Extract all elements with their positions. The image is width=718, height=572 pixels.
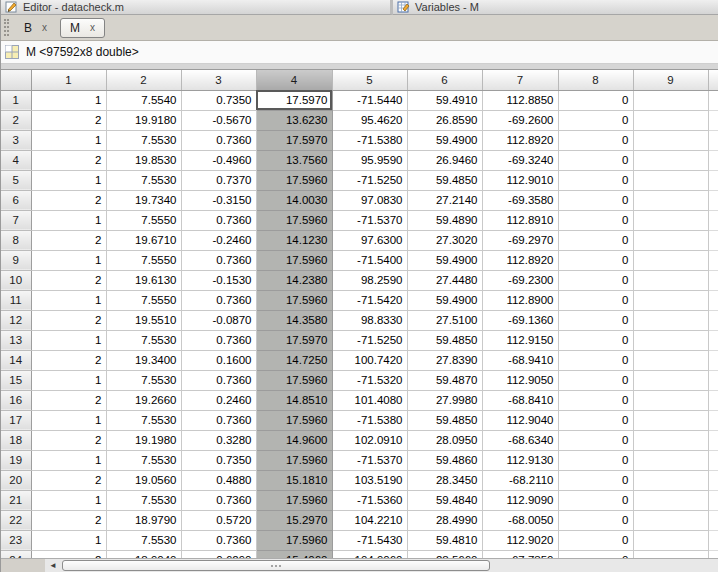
cell[interactable]: 7.5530 [106, 370, 181, 390]
row-header-14[interactable]: 14 [1, 350, 31, 370]
row-header-1[interactable]: 1 [1, 90, 31, 110]
column-header-5[interactable]: 5 [332, 70, 407, 90]
cell[interactable]: 100.7420 [332, 350, 407, 370]
cell[interactable]: 17.5970 [256, 330, 332, 350]
cell[interactable] [633, 190, 708, 210]
cell[interactable] [633, 130, 708, 150]
cell[interactable]: -69.1360 [482, 310, 558, 330]
cell[interactable]: 2 [31, 190, 106, 210]
cell[interactable]: -71.5430 [332, 530, 407, 550]
cell[interactable]: -69.2300 [482, 270, 558, 290]
cell[interactable]: 19.2660 [106, 390, 181, 410]
cell[interactable]: 26.8590 [407, 110, 482, 130]
column-header-8[interactable]: 8 [558, 70, 633, 90]
row-header-17[interactable]: 17 [1, 410, 31, 430]
cell[interactable]: 1 [31, 210, 106, 230]
cell[interactable]: 19.0560 [106, 470, 181, 490]
row-header-18[interactable]: 18 [1, 430, 31, 450]
cell[interactable]: -71.5440 [332, 90, 407, 110]
cell[interactable]: -68.0050 [482, 510, 558, 530]
cell[interactable]: 2 [31, 270, 106, 290]
cell[interactable]: 17.5960 [256, 250, 332, 270]
cell[interactable]: -71.5400 [332, 250, 407, 270]
cell[interactable]: 0 [558, 370, 633, 390]
cell[interactable]: 0.7370 [181, 170, 256, 190]
cell[interactable]: 1 [31, 450, 106, 470]
cell[interactable]: 112.9010 [482, 170, 558, 190]
cell[interactable]: 0 [558, 170, 633, 190]
cell[interactable]: 7.5530 [106, 170, 181, 190]
cell[interactable]: 59.4870 [407, 370, 482, 390]
cell[interactable]: -71.5380 [332, 130, 407, 150]
cell[interactable]: 17.5960 [256, 290, 332, 310]
cell[interactable]: 112.9130 [482, 450, 558, 470]
cell[interactable]: 18.9790 [106, 510, 181, 530]
cell[interactable]: 112.8900 [482, 290, 558, 310]
row-header-20[interactable]: 20 [1, 470, 31, 490]
cell[interactable]: 28.3450 [407, 470, 482, 490]
cell[interactable]: 97.0830 [332, 190, 407, 210]
cell[interactable]: 19.5510 [106, 310, 181, 330]
cell[interactable]: 0.4880 [181, 470, 256, 490]
scrollbar-track[interactable] [61, 558, 718, 572]
variables-pane-title[interactable]: Variables - M [393, 0, 718, 15]
cell[interactable] [633, 490, 708, 510]
row-header-21[interactable]: 21 [1, 490, 31, 510]
cell[interactable]: 2 [31, 110, 106, 130]
cell[interactable]: 59.4900 [407, 130, 482, 150]
cell[interactable]: -68.2110 [482, 470, 558, 490]
cell[interactable]: 59.4910 [407, 90, 482, 110]
cell[interactable]: 0.7350 [181, 450, 256, 470]
cell[interactable]: -68.6340 [482, 430, 558, 450]
toolbar-grip-handle[interactable] [4, 19, 9, 36]
row-header-12[interactable]: 12 [1, 310, 31, 330]
column-header-6[interactable]: 6 [407, 70, 482, 90]
cell[interactable]: 0 [558, 490, 633, 510]
cell[interactable]: 1 [31, 330, 106, 350]
cell[interactable]: 0.3280 [181, 430, 256, 450]
cell[interactable]: 112.8910 [482, 210, 558, 230]
cell[interactable]: -68.8410 [482, 390, 558, 410]
row-header-19[interactable]: 19 [1, 450, 31, 470]
row-header-7[interactable]: 7 [1, 210, 31, 230]
cell[interactable]: 15.1810 [256, 470, 332, 490]
cell[interactable]: 1 [31, 370, 106, 390]
cell[interactable]: 0 [558, 290, 633, 310]
cell[interactable]: 1 [31, 130, 106, 150]
cell[interactable] [633, 310, 708, 330]
cell[interactable]: -71.5250 [332, 330, 407, 350]
row-header-2[interactable]: 2 [1, 110, 31, 130]
cell[interactable]: 1 [31, 250, 106, 270]
column-header-3[interactable]: 3 [181, 70, 256, 90]
cell[interactable] [633, 530, 708, 550]
cell[interactable] [633, 150, 708, 170]
cell[interactable]: 0 [558, 190, 633, 210]
cell[interactable]: 0.7360 [181, 530, 256, 550]
scrollbar-thumb[interactable] [62, 560, 490, 571]
cell[interactable]: 112.9050 [482, 370, 558, 390]
cell[interactable]: 14.9600 [256, 430, 332, 450]
cell[interactable]: -71.5370 [332, 450, 407, 470]
row-header-6[interactable]: 6 [1, 190, 31, 210]
cell[interactable]: 7.5540 [106, 90, 181, 110]
cell[interactable] [633, 270, 708, 290]
cell[interactable]: 112.9040 [482, 410, 558, 430]
cell[interactable]: 0.7350 [181, 90, 256, 110]
cell[interactable]: 0 [558, 230, 633, 250]
cell[interactable]: 0.7360 [181, 250, 256, 270]
cell[interactable] [633, 290, 708, 310]
close-icon[interactable]: x [90, 23, 95, 33]
cell[interactable]: 97.6300 [332, 230, 407, 250]
cell[interactable]: 0.2460 [181, 390, 256, 410]
cell[interactable]: 101.4080 [332, 390, 407, 410]
cell[interactable]: 17.5960 [256, 170, 332, 190]
cell[interactable]: 17.5960 [256, 370, 332, 390]
cell[interactable]: 0 [558, 330, 633, 350]
cell[interactable] [633, 390, 708, 410]
cell[interactable]: 1 [31, 290, 106, 310]
cell[interactable]: 2 [31, 150, 106, 170]
cell[interactable]: 14.7250 [256, 350, 332, 370]
cell[interactable]: 2 [31, 350, 106, 370]
row-header-23[interactable]: 23 [1, 530, 31, 550]
row-header-3[interactable]: 3 [1, 130, 31, 150]
